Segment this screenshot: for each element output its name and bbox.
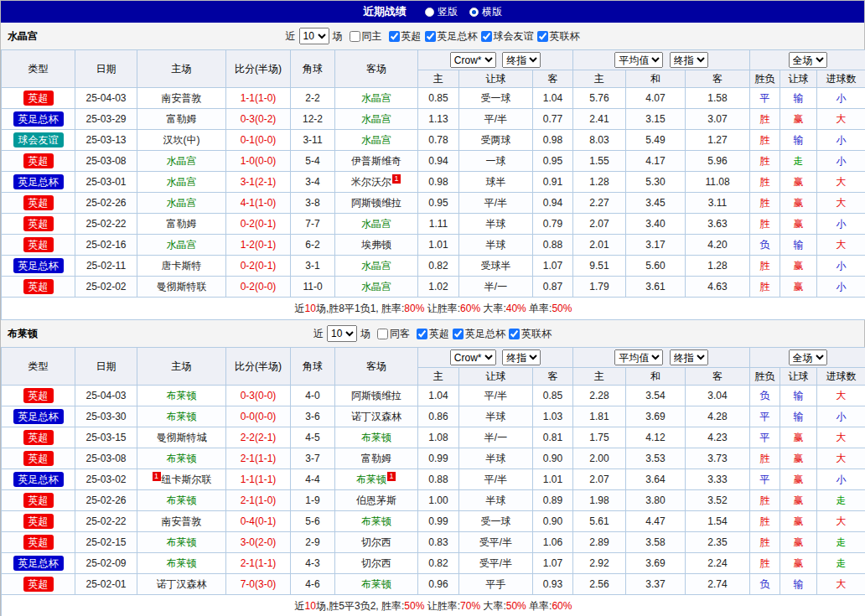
odds-away: 1.03 xyxy=(533,406,573,427)
league-filter[interactable]: 英足总杯 xyxy=(425,29,478,44)
avg-type-select[interactable]: 平均值 xyxy=(614,52,663,68)
odds-handicap: 半/一 xyxy=(459,277,533,298)
avg-draw: 3.61 xyxy=(626,277,686,298)
team-name: 水晶宫 xyxy=(361,260,391,272)
match-row: 英超25-03-08水晶宫1-0(0-0)5-4伊普斯维奇0.94一球0.951… xyxy=(2,151,865,172)
league-checkbox[interactable] xyxy=(453,329,464,339)
summary-segment: 50% xyxy=(552,303,572,314)
home-team-cell: 布莱顿 xyxy=(137,490,226,511)
corner-cell: 3-11 xyxy=(291,130,335,151)
match-row: 英超25-02-22富勒姆0-2(0-1)7-7水晶宫1.11半球0.792.0… xyxy=(2,214,865,235)
view-option-vertical[interactable]: 竖版 xyxy=(425,5,458,19)
match-row: 英足总杯25-02-09布莱顿2-1(1-1)4-3切尔西0.82受平/半1.0… xyxy=(2,553,865,574)
avg-draw: 3.37 xyxy=(626,574,686,595)
home-team-cell: 南安普敦 xyxy=(137,511,226,532)
avg-time-select[interactable]: 终指 xyxy=(670,349,708,365)
avg-draw: 3.69 xyxy=(626,553,686,574)
match-date: 25-02-15 xyxy=(75,532,137,553)
radio-selected-icon[interactable] xyxy=(469,8,479,17)
match-type-cell: 英足总杯 xyxy=(2,109,75,130)
odds-away: 1.07 xyxy=(533,256,573,277)
corner-cell: 2-2 xyxy=(291,88,335,109)
avg-away: 1.27 xyxy=(686,130,750,151)
odds-company-select[interactable]: Crow* xyxy=(450,52,496,68)
avg-home: 2.92 xyxy=(573,553,626,574)
odds-home: 0.96 xyxy=(418,574,459,595)
avg-time-select[interactable]: 终指 xyxy=(670,52,708,68)
summary-segment: 单率: xyxy=(526,303,552,314)
goals-result-cell: 小 xyxy=(817,151,865,172)
odds-company-select[interactable]: Crow* xyxy=(450,349,496,365)
odds-handicap: 半球 xyxy=(459,490,533,511)
same-side-filter[interactable]: 同主 xyxy=(350,29,382,44)
team-name: 布莱顿 xyxy=(167,411,197,422)
view-option-horizontal[interactable]: 横版 xyxy=(469,5,502,19)
scope-select[interactable]: 全场 xyxy=(789,52,827,68)
filter-bar: 布莱顿 近 10 场 同客 英超英足总杯英联杯 xyxy=(1,320,864,347)
handicap-result-cell: 赢 xyxy=(780,193,817,214)
result-cell: 胜 xyxy=(750,511,780,532)
col-avg-home: 主 xyxy=(573,70,626,88)
handicap-result-cell: 输 xyxy=(780,235,817,256)
odds-home: 0.98 xyxy=(418,172,459,193)
away-team-cell: 伊普斯维奇 xyxy=(335,151,418,172)
odds-time-select[interactable]: 终指 xyxy=(502,52,541,68)
avg-draw: 4.07 xyxy=(626,88,686,109)
league-filter[interactable]: 英联杯 xyxy=(537,29,580,44)
avg-home: 2.28 xyxy=(573,386,626,406)
team-name: 水晶宫 xyxy=(361,281,391,292)
avg-draw: 5.49 xyxy=(626,130,686,151)
near-label: 近 xyxy=(313,327,324,341)
match-count-select[interactable]: 10 xyxy=(299,28,329,44)
same-side-checkbox[interactable] xyxy=(350,31,360,42)
summary-segment: 40% xyxy=(506,303,526,314)
away-team-cell: 水晶宫 xyxy=(335,214,418,235)
same-side-checkbox[interactable] xyxy=(377,329,388,339)
same-side-filter[interactable]: 同客 xyxy=(377,327,410,341)
league-checkbox[interactable] xyxy=(509,329,520,339)
league-filter[interactable]: 球会友谊 xyxy=(481,29,534,44)
match-type-cell: 英超 xyxy=(2,490,75,511)
league-checkbox[interactable] xyxy=(537,31,548,42)
corner-cell: 4-4 xyxy=(291,469,335,490)
radio-unselected-icon[interactable] xyxy=(425,8,434,17)
goals-result-cell: 走 xyxy=(817,532,865,553)
col-odds-away: 客 xyxy=(533,368,573,386)
league-checkbox[interactable] xyxy=(425,31,436,42)
result-cell: 平 xyxy=(750,406,780,427)
match-type-cell: 英超 xyxy=(2,277,75,298)
scope-select[interactable]: 全场 xyxy=(789,349,827,365)
odds-away: 0.94 xyxy=(533,193,573,214)
match-date: 25-03-29 xyxy=(75,109,137,130)
avg-away: 4.23 xyxy=(686,427,750,448)
odds-home: 0.99 xyxy=(418,448,459,469)
col-date: 日期 xyxy=(75,348,137,386)
league-checkbox[interactable] xyxy=(389,31,400,42)
corner-cell: 3-1 xyxy=(291,256,335,277)
match-date: 25-02-26 xyxy=(75,490,137,511)
match-type-cell: 英超 xyxy=(2,193,75,214)
match-count-select[interactable]: 10 xyxy=(327,325,357,342)
corner-cell: 3-7 xyxy=(291,448,335,469)
avg-away: 3.52 xyxy=(686,490,750,511)
result-cell: 胜 xyxy=(750,490,780,511)
handicap-result-cell: 赢 xyxy=(780,214,817,235)
league-filter[interactable]: 英超 xyxy=(389,29,422,44)
league-checkbox[interactable] xyxy=(417,329,427,339)
avg-type-select[interactable]: 平均值 xyxy=(614,349,663,365)
result-cell: 胜 xyxy=(750,553,780,574)
odds-home: 1.13 xyxy=(418,109,459,130)
avg-home: 8.03 xyxy=(573,130,626,151)
result-cell: 胜 xyxy=(750,109,780,130)
match-date: 25-02-01 xyxy=(75,574,137,595)
team-name: 切尔西 xyxy=(361,557,391,569)
col-result: 胜负 xyxy=(750,368,780,386)
league-filter[interactable]: 英足总杯 xyxy=(453,327,505,341)
league-filter[interactable]: 英联杯 xyxy=(509,327,552,341)
corner-cell: 5-4 xyxy=(291,151,335,172)
score-cell: 3-1(2-1) xyxy=(226,172,291,193)
league-checkbox[interactable] xyxy=(481,31,492,42)
league-label: 英足总杯 xyxy=(465,327,505,341)
odds-time-select[interactable]: 终指 xyxy=(502,349,541,365)
league-filter[interactable]: 英超 xyxy=(417,327,449,341)
